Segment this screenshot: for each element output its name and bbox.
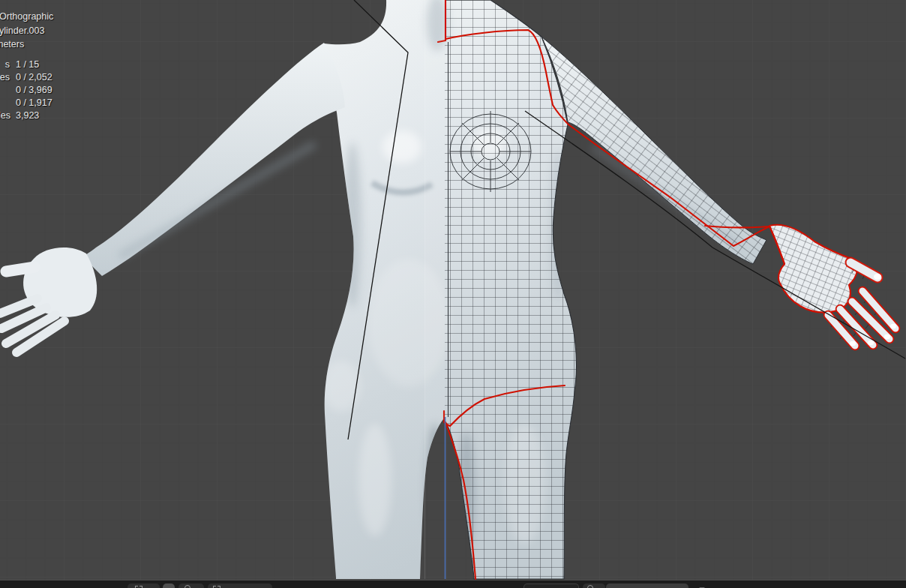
circle-icon <box>587 585 593 588</box>
editor-button-5[interactable] <box>524 584 579 588</box>
caret-icon[interactable] <box>698 584 706 588</box>
editor-button-1[interactable] <box>128 584 160 588</box>
editor-button-4[interactable] <box>208 584 272 588</box>
viewport-canvas[interactable] <box>0 0 906 580</box>
circle-icon <box>184 585 190 588</box>
editor-button-6[interactable] <box>583 584 605 588</box>
editor-button-2[interactable] <box>163 584 175 588</box>
editor-button-3[interactable] <box>178 584 204 588</box>
editor-button-7[interactable] <box>606 584 688 588</box>
blender-3d-viewport[interactable]: Orthographic ylinder.003 meters s1 / 15 … <box>0 0 906 588</box>
bottom-editor-header <box>0 580 906 588</box>
